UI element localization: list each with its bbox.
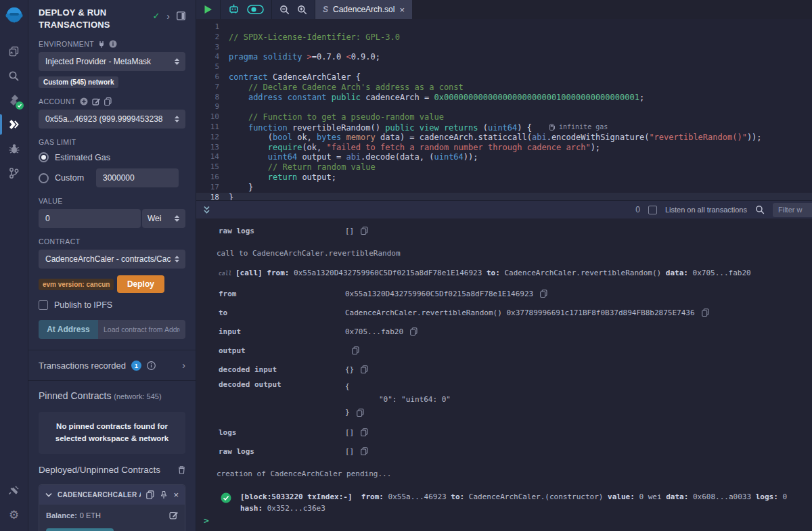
panel-check-icon: ✓ — [152, 11, 160, 21]
environment-select[interactable]: Injected Provider - MetaMask — [39, 52, 185, 71]
log-row-from: from0x55a1320D432759960C5Df0215a8dF78e1E… — [196, 284, 812, 303]
plugin-manager-icon[interactable] — [0, 478, 28, 503]
success-check-icon — [221, 492, 231, 503]
line-number: 8 — [196, 93, 229, 103]
code-line[interactable]: 4pragma solidity >=0.7.0 <0.9.0; — [196, 52, 812, 62]
close-icon[interactable]: × — [173, 490, 179, 500]
contract-function-button[interactable]: cadenceArch — [46, 528, 114, 531]
line-number: 11 — [196, 122, 229, 133]
at-address-button[interactable]: At Address — [39, 320, 98, 339]
pinned-network-label: (network: 545) — [114, 392, 161, 400]
copy-icon[interactable] — [361, 365, 368, 373]
code-line[interactable]: 5 — [196, 62, 812, 72]
code-line[interactable]: 6contract CadenceArchCaler { — [196, 72, 812, 83]
code-line[interactable]: 17 } — [196, 183, 812, 193]
tab-cadencearch-sol[interactable]: S CadenceArch.sol × — [315, 0, 412, 19]
contract-select[interactable]: CadenceArchCaler - contracts/Cac — [39, 250, 185, 269]
collapse-terminal-icon[interactable] — [203, 206, 210, 214]
balance-value: 0 ETH — [80, 511, 101, 520]
copy-icon[interactable] — [357, 409, 364, 417]
select-stepper-icon — [174, 57, 180, 66]
code-line[interactable]: 18} — [196, 193, 812, 200]
remix-logo-icon[interactable] — [3, 5, 25, 27]
copy-icon[interactable] — [702, 308, 709, 317]
zoom-out-icon[interactable] — [279, 5, 290, 15]
deploy-button[interactable]: Deploy — [117, 275, 164, 293]
code-line[interactable]: 16 return output; — [196, 172, 812, 183]
remix-ide-app: ⚙ DEPLOY & RUN TRANSACTIONS ✓ › ENVIRONM… — [0, 0, 812, 531]
copy-icon[interactable] — [361, 447, 368, 455]
at-address-input[interactable] — [98, 320, 185, 339]
add-account-icon[interactable] — [80, 97, 88, 106]
filter-input[interactable] — [773, 203, 812, 217]
copy-icon[interactable] — [540, 290, 547, 298]
code-line[interactable]: 12 (bool ok, bytes memory data) = cadenc… — [196, 133, 812, 143]
main-area: S CadenceArch.sol × 12// SPDX-License-Id… — [196, 0, 812, 531]
custom-gas-input[interactable] — [96, 168, 179, 187]
copy-icon[interactable] — [104, 97, 112, 106]
terminal-header: 0 Listen on all transactions — [196, 200, 812, 218]
edit-icon[interactable] — [169, 511, 178, 520]
value-label: VALUE — [39, 197, 185, 205]
trash-icon[interactable] — [178, 465, 185, 474]
code-line[interactable]: 9 — [196, 102, 812, 112]
code-line[interactable]: 3 — [196, 43, 812, 53]
run-script-icon[interactable] — [204, 5, 212, 14]
estimated-gas-option[interactable]: Estimated Gas — [39, 152, 185, 162]
line-number: 1 — [196, 22, 229, 32]
code-line[interactable]: 15 // Return random value — [196, 162, 812, 172]
debugger-icon[interactable] — [0, 137, 28, 161]
radio-selected-icon — [39, 152, 49, 162]
log-row-to: toCadenceArchCaler.revertibleRandom() 0x… — [196, 303, 812, 322]
code-line[interactable]: 11 function revertibleRandom() public vi… — [196, 122, 812, 133]
ai-assistant-icon[interactable] — [228, 4, 240, 15]
code-editor[interactable]: 12// SPDX-License-Identifier: GPL-3.034p… — [196, 19, 812, 200]
code-line[interactable]: 13 require(ok, "failed to fetch a random… — [196, 143, 812, 153]
code-line[interactable]: 2// SPDX-License-Identifier: GPL-3.0 — [196, 32, 812, 43]
copy-icon[interactable] — [361, 227, 368, 235]
chevron-down-icon[interactable] — [45, 492, 52, 497]
zoom-in-icon[interactable] — [297, 5, 307, 15]
value-unit-select[interactable]: Wei — [142, 209, 185, 228]
close-icon[interactable]: × — [399, 5, 405, 15]
code-line[interactable]: 1 — [196, 22, 812, 32]
search-icon[interactable] — [0, 64, 28, 88]
info-icon[interactable] — [147, 361, 156, 370]
deploy-run-icon[interactable] — [0, 112, 28, 137]
plug-icon[interactable] — [98, 41, 105, 48]
transactions-recorded-row[interactable]: Transactions recorded 1 › — [39, 350, 185, 380]
listen-label: Listen on all transactions — [665, 206, 747, 214]
git-icon[interactable] — [0, 161, 28, 185]
chevron-right-icon[interactable]: › — [166, 11, 170, 21]
compile-success-badge — [16, 101, 24, 110]
value-input[interactable] — [39, 209, 141, 228]
info-icon[interactable] — [109, 40, 117, 48]
select-stepper-icon — [174, 255, 180, 263]
custom-gas-option[interactable]: Custom — [39, 168, 185, 187]
chevron-right-icon[interactable]: › — [182, 360, 185, 371]
code-line[interactable]: 14 uint64 output = abi.decode(data, (uin… — [196, 152, 812, 162]
publish-ipfs-option[interactable]: Publish to IPFS — [39, 300, 185, 310]
terminal[interactable]: raw logs[]call to CadenceArchCaler.rever… — [196, 218, 812, 531]
contract-instance-title[interactable]: CADENCEARCHCALER AT 0X — [58, 491, 141, 499]
copy-icon[interactable] — [361, 428, 368, 436]
code-line[interactable]: 7 // Declare Cadence Arch's address as a… — [196, 83, 812, 93]
pin-icon[interactable] — [160, 490, 168, 499]
search-icon[interactable] — [755, 205, 765, 214]
code-line[interactable]: 8 address constant public cadenceArch = … — [196, 93, 812, 103]
account-select[interactable]: 0x55a...46923 (999.9999453238 — [39, 110, 185, 129]
transaction-status-row: [block:5033220 txIndex:-] from: 0x55a...… — [196, 492, 812, 514]
terminal-prompt[interactable]: > — [204, 515, 209, 526]
solidity-compiler-icon[interactable] — [0, 88, 28, 112]
code-line[interactable]: 10 // Function to get a pseudo-random va… — [196, 112, 812, 122]
file-explorer-icon[interactable] — [0, 39, 28, 64]
ai-toggle[interactable] — [247, 5, 264, 14]
edit-icon[interactable] — [92, 97, 100, 106]
copy-icon[interactable] — [352, 346, 359, 354]
copy-icon[interactable] — [146, 490, 154, 499]
pin-panel-icon[interactable] — [177, 11, 185, 20]
copy-icon[interactable] — [410, 327, 418, 336]
listen-checkbox[interactable] — [648, 206, 657, 214]
call-log-row: call[call] from: 0x55a1320D432759960C5Df… — [196, 269, 812, 277]
settings-icon[interactable]: ⚙ — [0, 503, 28, 527]
